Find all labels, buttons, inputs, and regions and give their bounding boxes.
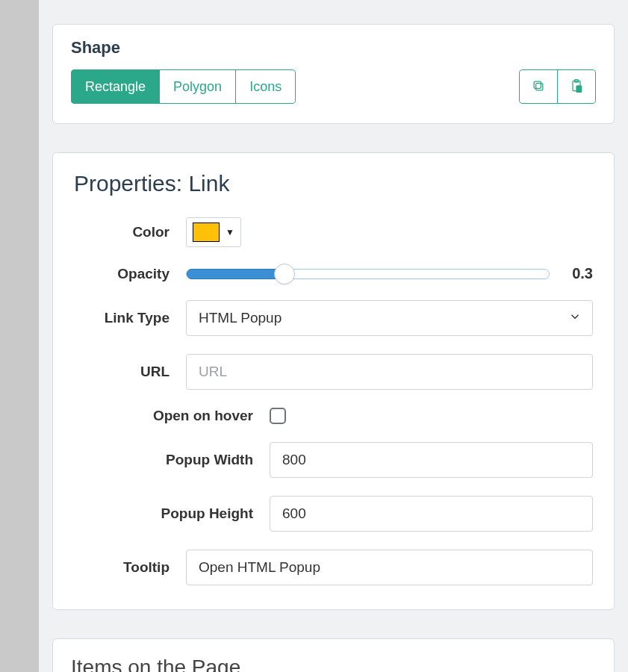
shape-option-rectangle[interactable]: Rectangle	[71, 69, 160, 104]
chevron-down-icon: ▼	[226, 227, 234, 237]
paste-button[interactable]	[557, 69, 596, 104]
tooltip-input[interactable]	[186, 550, 593, 585]
row-link-type: Link Type HTML Popup	[74, 300, 593, 336]
row-color: Color ▼	[74, 217, 593, 247]
color-swatch	[193, 223, 220, 242]
label-url: URL	[74, 364, 186, 380]
row-opacity: Opacity 0.3	[74, 265, 593, 282]
row-popup-width: Popup Width	[74, 442, 593, 478]
opacity-slider-thumb[interactable]	[274, 264, 295, 284]
popup-width-input[interactable]	[270, 442, 593, 478]
color-picker[interactable]: ▼	[186, 217, 241, 247]
shape-option-icons[interactable]: Icons	[235, 69, 296, 104]
label-opacity: Opacity	[74, 266, 186, 282]
opacity-slider[interactable]	[186, 269, 550, 279]
shape-action-group	[519, 69, 596, 104]
link-type-value: HTML Popup	[199, 310, 282, 326]
shape-option-polygon[interactable]: Polygon	[159, 69, 236, 104]
properties-card: Properties: Link Color ▼ Opacity	[52, 152, 615, 610]
label-popup-width: Popup Width	[74, 452, 270, 468]
label-popup-height: Popup Height	[74, 505, 270, 522]
copy-icon	[531, 78, 546, 96]
items-title: Items on the Page	[71, 656, 596, 672]
items-card: Items on the Page	[52, 638, 615, 672]
svg-rect-1	[534, 81, 541, 88]
paste-icon	[569, 78, 584, 96]
svg-rect-4	[576, 86, 582, 92]
row-popup-height: Popup Height	[74, 496, 593, 532]
label-tooltip: Tooltip	[74, 559, 186, 576]
row-url: URL	[74, 354, 593, 390]
link-type-select[interactable]: HTML Popup	[186, 300, 593, 336]
label-link-type: Link Type	[74, 310, 186, 326]
label-open-on-hover: Open on hover	[74, 408, 270, 424]
popup-height-input[interactable]	[270, 496, 593, 532]
copy-button[interactable]	[519, 69, 558, 104]
row-open-on-hover: Open on hover	[74, 408, 593, 424]
properties-title: Properties: Link	[74, 171, 593, 196]
opacity-value: 0.3	[566, 265, 593, 282]
label-color: Color	[74, 224, 186, 240]
url-input[interactable]	[186, 354, 593, 390]
shape-card: Shape Rectangle Polygon Icons	[52, 24, 615, 124]
chevron-down-icon	[568, 310, 582, 326]
left-scrollbar-strip	[0, 0, 39, 672]
open-on-hover-checkbox[interactable]	[270, 408, 286, 424]
opacity-slider-fill	[187, 269, 285, 279]
shape-title: Shape	[71, 38, 596, 57]
row-tooltip: Tooltip	[74, 550, 593, 585]
svg-rect-0	[536, 83, 543, 90]
shape-segmented-control: Rectangle Polygon Icons	[71, 69, 296, 104]
